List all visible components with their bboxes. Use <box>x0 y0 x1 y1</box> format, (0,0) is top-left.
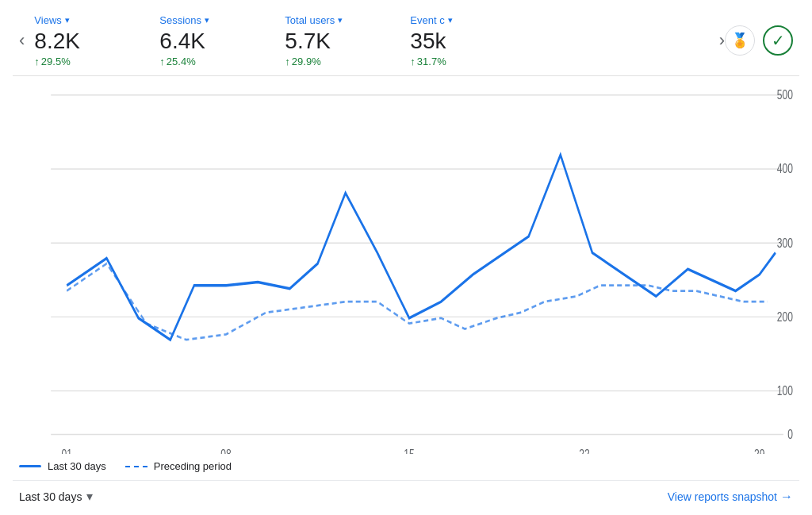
svg-text:29: 29 <box>754 447 764 454</box>
icon-area: 🏅 ✓ <box>725 25 793 56</box>
svg-text:200: 200 <box>777 309 793 324</box>
svg-text:01: 01 <box>62 447 72 454</box>
chart-svg: 500 400 300 200 100 0 01 Sept 08 15 22 2… <box>19 84 799 454</box>
metric-up-icon-total-users: ↑ <box>285 56 290 67</box>
preceding-period-line <box>67 263 768 340</box>
svg-text:500: 500 <box>777 87 793 102</box>
svg-text:08: 08 <box>220 447 231 454</box>
legend-solid-item: Last 30 days <box>19 460 106 472</box>
metric-label-total-users[interactable]: Total users ▾ <box>285 14 372 26</box>
check-icon-button[interactable]: ✓ <box>763 25 793 56</box>
metrics-row: ‹ Views ▾ 8.2K ↑ 29.5% Sessions ▾ 6.4K ↑… <box>13 0 799 76</box>
chart-area: 500 400 300 200 100 0 01 Sept 08 15 22 2… <box>13 76 799 480</box>
svg-text:15: 15 <box>404 447 414 454</box>
metric-label-text-sessions: Sessions <box>159 14 201 26</box>
view-reports-label: View reports snapshot <box>668 490 777 503</box>
chart-wrapper: 500 400 300 200 100 0 01 Sept 08 15 22 2… <box>19 84 799 454</box>
metric-label-sessions[interactable]: Sessions ▾ <box>159 14 247 26</box>
metric-label-event-count[interactable]: Event c ▾ <box>410 14 497 26</box>
legend-dashed-item: Preceding period <box>125 460 232 472</box>
metric-label-text-event-count: Event c <box>410 14 444 26</box>
date-range-chevron-icon: ▾ <box>86 489 93 504</box>
last-30-days-line <box>67 155 776 340</box>
prev-arrow-button[interactable]: ‹ <box>19 30 25 51</box>
footer: Last 30 days ▾ View reports snapshot → <box>13 480 799 515</box>
metric-item-views: Views ▾ 8.2K ↑ 29.5% <box>34 14 121 67</box>
metric-change-text-sessions: 25.4% <box>167 56 196 67</box>
metric-up-icon-views: ↑ <box>34 56 40 67</box>
metric-change-text-event-count: 31.7% <box>417 56 446 67</box>
metric-chevron-icon-views: ▾ <box>65 15 70 25</box>
metric-up-icon-sessions: ↑ <box>159 56 165 67</box>
svg-text:22: 22 <box>579 447 589 454</box>
metric-chevron-icon-sessions: ▾ <box>205 15 209 25</box>
legend-solid-label: Last 30 days <box>48 460 106 472</box>
svg-text:300: 300 <box>777 236 793 250</box>
medal-icon-button[interactable]: 🏅 <box>725 25 755 56</box>
metric-value-views: 8.2K <box>34 29 121 54</box>
metric-value-sessions: 6.4K <box>159 29 247 54</box>
metric-up-icon-event-count: ↑ <box>410 56 416 67</box>
metric-item-sessions: Sessions ▾ 6.4K ↑ 25.4% <box>159 14 247 67</box>
next-arrow-button[interactable]: › <box>719 30 725 51</box>
metric-chevron-icon-event-count: ▾ <box>448 15 453 25</box>
svg-text:0: 0 <box>787 427 793 441</box>
svg-text:400: 400 <box>777 161 793 175</box>
metric-change-total-users: ↑ 29.9% <box>285 56 372 67</box>
metric-change-event-count: ↑ 31.7% <box>410 56 497 67</box>
svg-text:100: 100 <box>777 383 793 398</box>
legend-dashed-label: Preceding period <box>154 460 232 472</box>
metric-change-text-views: 29.5% <box>41 56 71 67</box>
legend-solid-line <box>19 465 41 467</box>
metric-item-event-count: Event c ▾ 35k ↑ 31.7% <box>410 14 497 67</box>
chart-legend: Last 30 days Preceding period <box>13 454 799 480</box>
metric-label-text-total-users: Total users <box>285 14 335 26</box>
metric-chevron-icon-total-users: ▾ <box>338 15 343 25</box>
date-range-label: Last 30 days <box>19 490 82 503</box>
metric-label-text-views: Views <box>34 14 61 26</box>
metric-change-sessions: ↑ 25.4% <box>159 56 247 67</box>
medal-icon: 🏅 <box>731 32 749 49</box>
checkmark-icon: ✓ <box>772 31 785 50</box>
view-reports-button[interactable]: View reports snapshot → <box>668 490 793 504</box>
metric-change-text-total-users: 29.9% <box>292 56 321 67</box>
analytics-widget: ‹ Views ▾ 8.2K ↑ 29.5% Sessions ▾ 6.4K ↑… <box>0 0 812 515</box>
metric-value-total-users: 5.7K <box>285 29 372 54</box>
metric-change-views: ↑ 29.5% <box>34 56 121 67</box>
metric-value-event-count: 35k <box>410 29 497 54</box>
arrow-right-icon: → <box>780 490 793 504</box>
date-range-selector[interactable]: Last 30 days ▾ <box>19 489 93 504</box>
metric-label-views[interactable]: Views ▾ <box>34 14 121 26</box>
metric-item-total-users: Total users ▾ 5.7K ↑ 29.9% <box>285 14 372 67</box>
legend-dashed-line <box>125 466 147 467</box>
